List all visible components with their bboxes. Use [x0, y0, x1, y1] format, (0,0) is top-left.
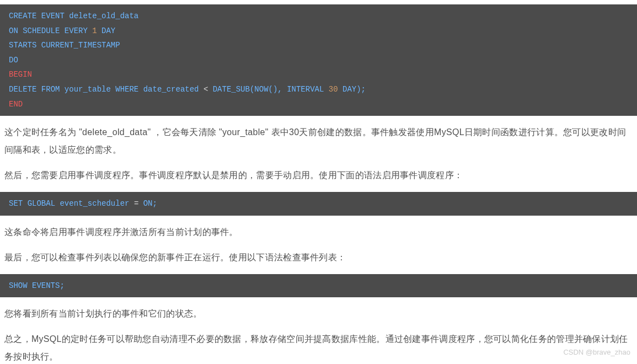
code-token: ; [153, 199, 157, 208]
code-token: DAY [342, 85, 356, 94]
code-token: SCHEDULE EVERY [18, 26, 92, 35]
code-token: END [9, 100, 23, 109]
code-token: CREATE [9, 12, 36, 20]
paragraph-explanation-1: 这个定时任务名为 "delete_old_data" ，它会每天清除 "your… [4, 124, 633, 159]
code-block-show-events: SHOW EVENTS; [0, 274, 637, 298]
code-token: EVENTS; [28, 281, 65, 290]
code-token: ON [9, 26, 18, 35]
code-token: EVENT delete_old_data [36, 12, 138, 20]
paragraph-events-status: 您将看到所有当前计划执行的事件和它们的状态。 [4, 305, 633, 323]
watermark-text: CSDN @brave_zhao [563, 346, 630, 360]
paragraph-check-events: 最后，您可以检查事件列表以确保您的新事件正在运行。使用以下语法检查事件列表： [4, 249, 633, 266]
code-token: STARTS CURRENT_TIMESTAMP [9, 41, 120, 50]
code-token: date_created [138, 85, 204, 94]
paragraph-summary: 总之，MySQL的定时任务可以帮助您自动清理不必要的数据，释放存储空间并提高数据… [4, 330, 633, 364]
code-token [36, 85, 41, 94]
code-token: INTERVAL [287, 85, 324, 94]
code-token [324, 85, 328, 94]
code-token: SET [9, 199, 23, 208]
code-token: SHOW [9, 281, 28, 290]
code-block-set-global: SET GLOBAL event_scheduler = ON; [0, 192, 637, 216]
code-token: (), [269, 85, 287, 94]
code-token: 1 [92, 26, 97, 35]
code-token: DELETE [9, 85, 36, 94]
code-token: 30 [329, 85, 338, 94]
paragraph-enable-scheduler: 然后，您需要启用事件调度程序。事件调度程序默认是禁用的，需要手动启用。使用下面的… [4, 167, 633, 184]
code-token: your_table [60, 85, 115, 94]
code-token: DATE_SUB( [208, 85, 254, 94]
code-token [23, 199, 27, 208]
code-token: ON [143, 199, 153, 208]
code-token [138, 199, 143, 208]
code-token: ); [356, 85, 366, 94]
code-token: FROM [41, 85, 60, 94]
code-token: BEGIN [9, 70, 32, 79]
code-token: NOW [254, 85, 268, 94]
code-block-create-event: CREATE EVENT delete_old_data ON SCHEDULE… [0, 4, 637, 116]
paragraph-command-result: 这条命令将启用事件调度程序并激活所有当前计划的事件。 [4, 223, 633, 241]
code-token: event_scheduler [55, 199, 134, 208]
code-token: WHERE [115, 85, 138, 94]
code-token: GLOBAL [28, 199, 55, 208]
code-token: DO [9, 56, 18, 65]
code-token [338, 85, 342, 94]
code-token: DAY [97, 26, 116, 35]
